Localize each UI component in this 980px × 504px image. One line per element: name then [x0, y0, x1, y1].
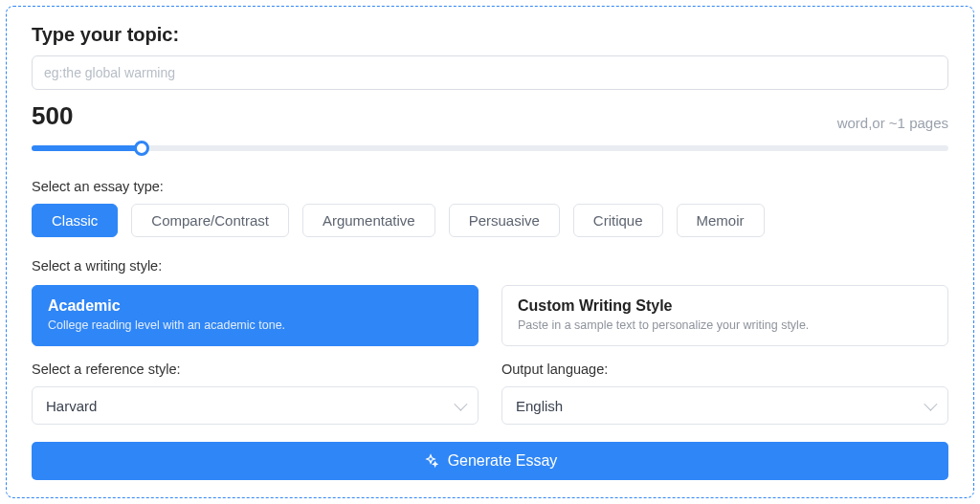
output-language-label: Output language: — [501, 362, 948, 377]
generate-essay-label: Generate Essay — [448, 452, 558, 470]
topic-input[interactable] — [32, 55, 948, 90]
essay-config-panel: Type your topic: 500 word,or ~1 pages Se… — [6, 6, 974, 498]
writing-style-option[interactable]: AcademicCollege reading level with an ac… — [32, 285, 479, 346]
slider-thumb[interactable] — [134, 141, 149, 156]
writing-style-title: Custom Writing Style — [518, 297, 932, 315]
chevron-down-icon — [924, 398, 937, 411]
output-language-value: English — [516, 398, 563, 414]
essay-type-label: Select an essay type: — [32, 179, 948, 194]
essay-type-option[interactable]: Persuasive — [449, 204, 560, 237]
topic-label: Type your topic: — [32, 24, 948, 46]
generate-essay-button[interactable]: Generate Essay — [32, 442, 948, 480]
essay-type-options: ClassicCompare/ContrastArgumentativePers… — [32, 204, 948, 237]
slider-fill — [32, 145, 142, 151]
reference-style-label: Select a reference style: — [32, 362, 479, 377]
chevron-down-icon — [454, 398, 467, 411]
reference-style-value: Harvard — [46, 398, 97, 414]
writing-style-title: Academic — [48, 297, 462, 315]
essay-type-option[interactable]: Compare/Contrast — [131, 204, 289, 237]
slider-track — [32, 145, 948, 151]
essay-type-option[interactable]: Classic — [32, 204, 118, 237]
word-count-slider[interactable] — [32, 139, 948, 159]
essay-type-option[interactable]: Argumentative — [302, 204, 435, 237]
essay-type-option[interactable]: Critique — [573, 204, 663, 237]
reference-style-select[interactable]: Harvard — [32, 386, 479, 425]
word-count-note: word,or ~1 pages — [837, 115, 948, 131]
writing-style-option[interactable]: Custom Writing StylePaste in a sample te… — [501, 285, 948, 346]
writing-style-sub: Paste in a sample text to personalize yo… — [518, 318, 932, 332]
writing-style-label: Select a writing style: — [32, 258, 948, 274]
output-language-select[interactable]: English — [501, 386, 948, 425]
sparkle-icon — [423, 453, 438, 469]
essay-type-option[interactable]: Memoir — [677, 204, 765, 237]
writing-style-sub: College reading level with an academic t… — [48, 318, 462, 332]
writing-style-options: AcademicCollege reading level with an ac… — [32, 285, 948, 346]
word-count-value: 500 — [32, 101, 73, 131]
